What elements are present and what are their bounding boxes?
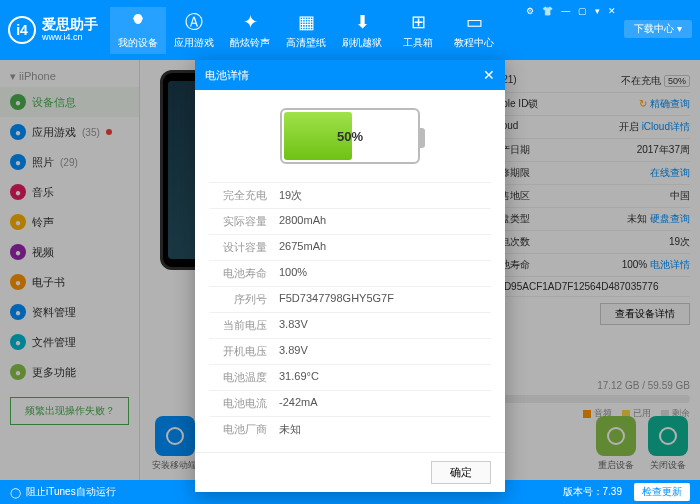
battery-row: 完全充电19次: [209, 182, 491, 208]
battery-percent: 50%: [282, 110, 418, 162]
skin-icon[interactable]: 👕: [542, 6, 553, 38]
nav-我的设备[interactable]: 我的设备: [110, 7, 166, 54]
modal-title: 电池详情: [205, 68, 249, 83]
battery-row: 开机电压3.89V: [209, 338, 491, 364]
nav-icon: Ⓐ: [183, 11, 205, 33]
battery-row: 电池温度31.69°C: [209, 364, 491, 390]
nav-icon: ⬇: [351, 11, 373, 33]
battery-row: 序列号F5D7347798GHY5G7F: [209, 286, 491, 312]
maximize-icon[interactable]: ▢: [578, 6, 587, 38]
nav-刷机越狱[interactable]: ⬇刷机越狱: [334, 7, 390, 54]
close-icon[interactable]: ✕: [608, 6, 616, 38]
itunes-block-toggle[interactable]: 阻止iTunes自动运行: [26, 485, 116, 499]
nav-icon: ⊞: [407, 11, 429, 33]
nav-icon: ▭: [463, 11, 485, 33]
modal-overlay: 电池详情 ✕ 50% 完全充电19次实际容量2800mAh设计容量2675mAh…: [0, 60, 700, 480]
logo-icon: i4: [8, 16, 36, 44]
battery-modal: 电池详情 ✕ 50% 完全充电19次实际容量2800mAh设计容量2675mAh…: [195, 60, 505, 492]
notify-icon[interactable]: ▾: [595, 6, 600, 38]
nav-工具箱[interactable]: ⊞工具箱: [390, 7, 446, 54]
nav-教程中心[interactable]: ▭教程中心: [446, 7, 502, 54]
battery-row: 电池寿命100%: [209, 260, 491, 286]
battery-row: 电池厂商未知: [209, 416, 491, 442]
nav-icon: ✦: [239, 11, 261, 33]
app-header: i4 爱思助手 www.i4.cn 我的设备Ⓐ应用游戏✦酷炫铃声▦高清壁纸⬇刷机…: [0, 0, 700, 60]
app-url: www.i4.cn: [42, 33, 98, 43]
nav-icon: [127, 11, 149, 33]
app-title: 爱思助手: [42, 17, 98, 32]
check-update-button[interactable]: 检查更新: [634, 483, 690, 501]
nav-酷炫铃声[interactable]: ✦酷炫铃声: [222, 7, 278, 54]
nav-icon: ▦: [295, 11, 317, 33]
battery-graphic: 50%: [280, 108, 420, 164]
battery-row: 设计容量2675mAh: [209, 234, 491, 260]
minimize-icon[interactable]: —: [561, 6, 570, 38]
settings-icon[interactable]: ⚙: [526, 6, 534, 38]
battery-row: 实际容量2800mAh: [209, 208, 491, 234]
top-nav: 我的设备Ⓐ应用游戏✦酷炫铃声▦高清壁纸⬇刷机越狱⊞工具箱▭教程中心: [110, 7, 502, 54]
battery-row: 当前电压3.83V: [209, 312, 491, 338]
app-logo: i4 爱思助手 www.i4.cn: [8, 16, 98, 44]
download-center-button[interactable]: 下载中心 ▾: [624, 20, 692, 38]
radio-icon[interactable]: ◯: [10, 487, 21, 498]
window-controls: ⚙ 👕 — ▢ ▾ ✕: [526, 6, 616, 38]
modal-close-icon[interactable]: ✕: [483, 67, 495, 83]
nav-应用游戏[interactable]: Ⓐ应用游戏: [166, 7, 222, 54]
ok-button[interactable]: 确定: [431, 461, 491, 484]
nav-高清壁纸[interactable]: ▦高清壁纸: [278, 7, 334, 54]
battery-row: 电池电流-242mA: [209, 390, 491, 416]
